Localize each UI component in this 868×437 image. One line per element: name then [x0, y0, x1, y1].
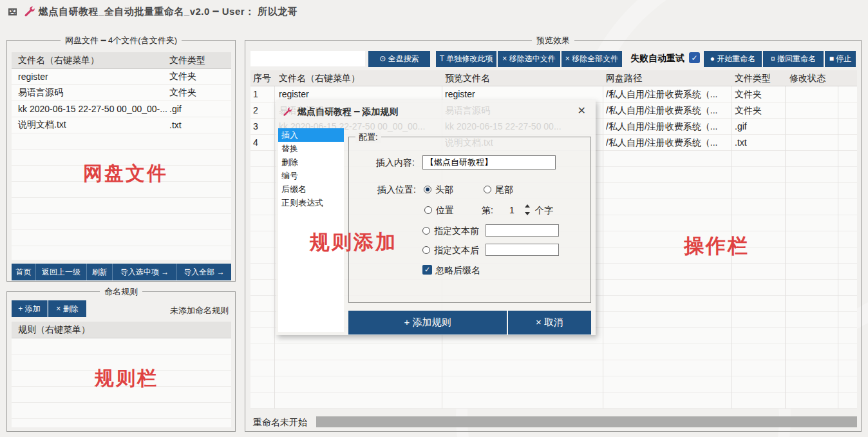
ignore-extension-checkbox[interactable]: ✓ — [422, 265, 432, 275]
files-empty-rows — [12, 133, 231, 260]
retry-label: 失败自动重试 — [630, 53, 684, 64]
import-all-button[interactable]: 导入全部 → — [177, 264, 231, 280]
table-row[interactable]: 易语言源码 文件夹 — [12, 85, 231, 101]
file-type: 文件夹 — [169, 87, 231, 99]
cancel-button[interactable]: × 取消 — [508, 311, 591, 335]
wrench-icon — [24, 6, 35, 17]
stepper-down-icon[interactable] — [525, 212, 530, 215]
dialog-title: 燃点自研教程 ━ 添加规则 — [297, 106, 398, 118]
head-radio[interactable] — [424, 186, 431, 193]
before-text-input[interactable] — [486, 224, 559, 237]
tail-radio[interactable] — [484, 186, 491, 193]
col-status: 修改状态 — [789, 70, 847, 86]
remove-selected-button[interactable]: × 移除选中文件 — [498, 51, 560, 67]
table-row[interactable]: 说明文档.txt .txt — [12, 117, 231, 133]
column-separator — [785, 86, 786, 409]
add-rule-dialog: 燃点自研教程 ━ 添加规则 ✕ 插入 替换 删除 编号 后缀名 正则表达式 配置… — [276, 100, 596, 335]
position-option-label: 位置 — [436, 205, 454, 217]
modify-item-button[interactable]: T 单独修改此项 — [436, 51, 496, 67]
file-type: .txt — [169, 120, 231, 130]
position-radio[interactable] — [424, 206, 432, 214]
col-type: 文件类型 — [735, 70, 788, 86]
rules-empty-hint: 未添加命名规则 — [170, 305, 229, 316]
col-path: 网盘路径 — [606, 70, 733, 86]
rule-type-regex[interactable]: 正则表达式 — [278, 196, 344, 209]
row-path: /私人自用/注册收费系统（... — [606, 135, 733, 151]
undo-rename-button[interactable]: ¤ 撤回重命名 — [763, 51, 824, 67]
rule-type-delete[interactable]: 删除 — [278, 155, 344, 169]
home-button[interactable]: 首页 — [12, 264, 36, 280]
preview-table-header: 序号 文件名（右键菜单） 预览文件名 网盘路径 文件类型 修改状态 — [250, 70, 857, 86]
row-status — [789, 86, 847, 102]
row-status — [789, 102, 847, 119]
window-title: 燃点自研教程_全自动批量重命名_v2.0 ━ User： 所以龙哥 — [39, 6, 297, 18]
add-rule-button[interactable]: + 添加 — [12, 300, 48, 317]
position-count-stepper[interactable] — [524, 204, 531, 215]
retry-checkbox[interactable]: ✓ — [689, 52, 700, 63]
ignore-extension-label: 忽略后缀名 — [435, 265, 480, 277]
remove-all-button[interactable]: × 移除全部文件 — [561, 51, 622, 67]
row-type: .gif — [735, 119, 788, 135]
status-text: 重命名未开始 — [253, 417, 307, 429]
col-name: 文件名（右键菜单） — [279, 70, 443, 86]
check-icon: ✓ — [691, 53, 697, 63]
col-no: 序号 — [253, 70, 276, 86]
after-text-radio[interactable] — [422, 246, 430, 254]
delete-rule-button[interactable]: × 删除 — [48, 300, 86, 317]
close-icon: ✕ — [8, 6, 17, 17]
config-legend: 配置: — [355, 131, 381, 143]
files-type-header: 文件类型 — [169, 55, 231, 66]
column-separator — [603, 86, 603, 409]
rule-type-replace[interactable]: 替换 — [278, 142, 344, 155]
file-name: kk 2020-06-15 22-27-50 00_00_00-... — [12, 104, 169, 114]
rules-panel-legend: 命名规则 — [100, 286, 142, 298]
file-type: .gif — [169, 104, 231, 114]
files-table-header: 文件名（右键菜单） 文件类型 — [12, 52, 231, 69]
config-groupbox: 配置: 插入内容: 插入位置: 头部 尾部 位置 第: 1 个字 指定文本前 指… — [348, 137, 591, 303]
files-button-bar: 首页 返回上一级 刷新 导入选中项 → 导入全部 → — [12, 264, 231, 280]
back-button[interactable]: 返回上一级 — [36, 264, 87, 280]
before-text-label: 指定文本前 — [434, 226, 479, 237]
start-rename-button[interactable]: ● 开始重命名 — [704, 51, 762, 67]
file-name: 说明文档.txt — [12, 119, 169, 131]
insert-content-label: 插入内容: — [376, 157, 415, 169]
annotation-operations: 操作栏 — [684, 233, 750, 260]
stop-button[interactable]: ■ 停止 — [825, 51, 856, 67]
annotation-files: 网盘文件 — [83, 160, 168, 187]
search-all-button[interactable]: ⊙ 全盘搜索 — [368, 51, 430, 67]
close-icon: ✕ — [578, 105, 586, 116]
insert-content-input[interactable] — [422, 155, 556, 170]
position-count-value[interactable]: 1 — [509, 205, 514, 215]
progress-bar — [316, 416, 857, 427]
row-type: .txt — [735, 135, 788, 151]
rule-type-number[interactable]: 编号 — [278, 169, 344, 182]
tail-option-label: 尾部 — [495, 184, 513, 196]
preview-panel-legend: 预览效果 — [532, 35, 574, 46]
row-path: /私人自用/注册收费系统（... — [606, 86, 733, 102]
table-row[interactable]: kk 2020-06-15 22-27-50 00_00_00-... .gif — [12, 101, 231, 117]
row-status — [789, 135, 847, 151]
close-button[interactable]: ✕ — [0, 3, 24, 21]
rule-type-suffix[interactable]: 后缀名 — [278, 182, 344, 196]
file-name: 易语言源码 — [12, 87, 169, 99]
position-prefix-label: 第: — [482, 205, 493, 217]
stepper-up-icon[interactable] — [525, 204, 530, 208]
rule-type-insert[interactable]: 插入 — [278, 128, 344, 142]
head-option-label: 头部 — [435, 184, 453, 196]
refresh-button[interactable]: 刷新 — [87, 264, 113, 280]
search-input[interactable] — [250, 51, 365, 66]
after-text-input[interactable] — [486, 244, 559, 256]
before-text-radio[interactable] — [422, 227, 430, 235]
rules-table-header: 规则（右键菜单） — [12, 322, 231, 338]
file-name: register — [12, 72, 169, 82]
import-selected-button[interactable]: 导入选中项 → — [113, 264, 177, 280]
dialog-close-button[interactable]: ✕ — [578, 104, 586, 117]
rules-header-label: 规则（右键菜单） — [12, 324, 90, 336]
row-no: 2 — [253, 102, 276, 119]
table-row[interactable]: register 文件夹 — [12, 69, 231, 85]
row-no: 1 — [253, 86, 276, 102]
wrench-icon — [283, 107, 292, 117]
after-text-label: 指定文本后 — [434, 245, 479, 257]
confirm-add-rule-button[interactable]: + 添加规则 — [348, 311, 507, 335]
position-suffix-label: 个字 — [535, 205, 553, 217]
